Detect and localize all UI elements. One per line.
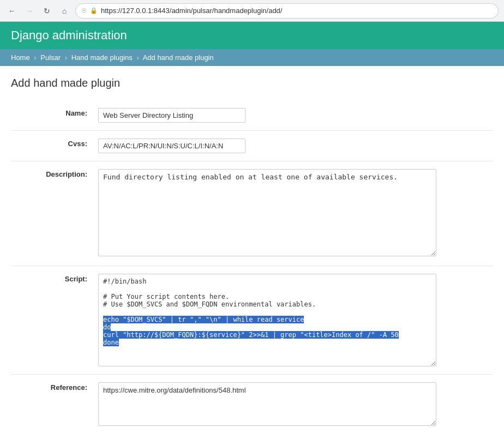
breadcrumb-bar: Home › Pulsar › Hand made plugins › Add …	[0, 49, 504, 66]
script-line-empty2	[103, 308, 431, 316]
name-input[interactable]	[98, 108, 245, 123]
cvss-input[interactable]	[98, 139, 245, 153]
script-label: Script:	[11, 272, 98, 286]
name-field-container	[98, 106, 493, 125]
script-line-comment1: # Put Your script contents here.	[103, 293, 431, 300]
add-plugin-form: Name: Cvss: Description: Script: #!/bin	[11, 100, 493, 433]
breadcrumb-current: Add hand made plugin	[143, 53, 214, 62]
reload-button[interactable]: ↻	[40, 4, 53, 17]
cvss-field-container	[98, 136, 493, 155]
script-field-container: #!/bin/bash # Put Your script contents h…	[98, 272, 493, 369]
reference-field-container	[98, 380, 493, 430]
breadcrumb-separator-1: ›	[34, 53, 36, 62]
name-row: Name:	[11, 100, 493, 130]
script-line-shebang: #!/bin/bash	[103, 278, 431, 285]
shield-icon: ☉	[81, 7, 87, 14]
page-title: Add hand made plugin	[11, 77, 493, 89]
description-row: Description:	[11, 161, 493, 266]
django-header: Django administration	[0, 22, 504, 49]
description-textarea[interactable]	[98, 169, 436, 256]
description-label: Description:	[11, 167, 98, 182]
cvss-row: Cvss:	[11, 130, 493, 161]
reference-textarea[interactable]	[98, 382, 436, 426]
script-row: Script: #!/bin/bash # Put Your script co…	[11, 266, 493, 374]
cvss-label: Cvss:	[11, 136, 98, 151]
description-field-container	[98, 167, 493, 260]
forward-button[interactable]: →	[23, 4, 36, 17]
script-line-comment2: # Use $DOM_SVCS and $DOM_FQDN environmen…	[103, 300, 431, 308]
address-bar: ☉ 🔒 https://127.0.0.1:8443/admin/pulsar/…	[75, 3, 499, 19]
browser-chrome: ← → ↻ ⌂ ☉ 🔒 https://127.0.0.1:8443/admin…	[0, 0, 504, 22]
main-content: Add hand made plugin Name: Cvss: Descrip…	[0, 66, 504, 433]
url-text: https://127.0.0.1:8443/admin/pulsar/hand…	[101, 7, 493, 15]
breadcrumb-separator-3: ›	[136, 53, 139, 62]
breadcrumb-separator-2: ›	[65, 53, 67, 62]
home-button[interactable]: ⌂	[58, 4, 71, 17]
script-highlighted-block: echo "$DOM_SVCS" | tr "," "\n" | while r…	[103, 316, 399, 346]
script-textarea[interactable]: #!/bin/bash # Put Your script contents h…	[98, 274, 436, 366]
lock-icon: 🔒	[90, 7, 98, 14]
breadcrumb-section[interactable]: Hand made plugins	[71, 53, 133, 62]
reference-row: Reference:	[11, 374, 493, 433]
script-line-empty1	[103, 285, 431, 293]
site-title: Django administration	[11, 28, 493, 43]
breadcrumb-home[interactable]: Home	[11, 53, 30, 62]
back-button[interactable]: ←	[5, 4, 19, 17]
breadcrumb-pulsar[interactable]: Pulsar	[40, 53, 61, 62]
name-label: Name:	[11, 106, 98, 121]
reference-label: Reference:	[11, 380, 98, 395]
